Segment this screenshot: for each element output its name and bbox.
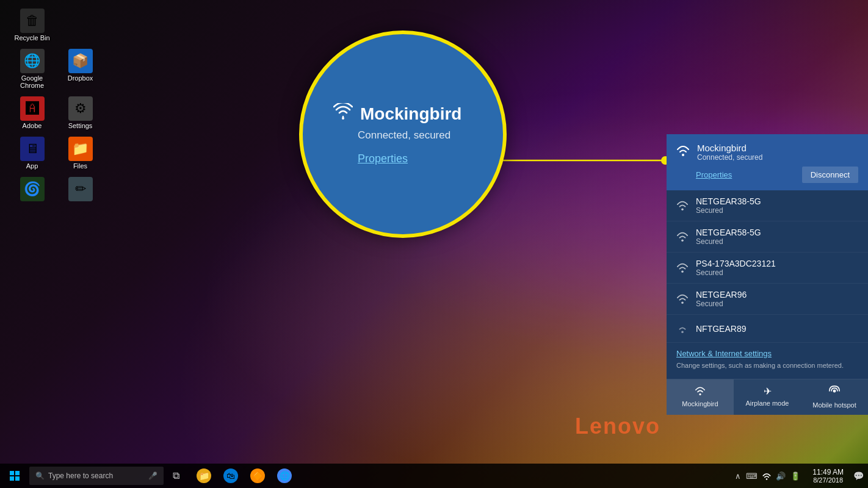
- desktop-icon-dropbox[interactable]: 📦 Dropbox: [57, 46, 103, 92]
- file-explorer-icon: 📁: [197, 468, 211, 483]
- hotspot-btn-label: Mobile hotspot: [812, 401, 856, 409]
- wifi-btn-label: Mockingbird: [682, 400, 718, 407]
- desktop-icon-adobe[interactable]: 🅰 Adobe: [9, 94, 55, 132]
- desktop-icons: 🗑 Recycle Bin 🌐 Google Chrome 📦 Dropbox …: [9, 6, 103, 205]
- network-info: NETGEAR38-5G Secured: [696, 196, 858, 215]
- network-name: NFTGEAR89: [696, 324, 858, 334]
- taskbar-file-explorer[interactable]: 📁: [190, 464, 217, 488]
- search-bar[interactable]: 🔍 Type here to search 🎤: [29, 467, 164, 485]
- properties-link[interactable]: Properties: [696, 170, 796, 179]
- svg-point-11: [766, 478, 768, 480]
- svg-point-6: [681, 270, 684, 273]
- desktop-icon-app2[interactable]: 🌀: [9, 174, 55, 205]
- microphone-icon[interactable]: 🎤: [148, 472, 157, 480]
- network-security: Secured: [696, 300, 858, 308]
- desktop-icon-row-2: 🅰 Adobe ⚙ Settings: [9, 94, 103, 132]
- desktop-icon-chrome[interactable]: 🌐 Google Chrome: [9, 46, 55, 92]
- settings-description: Change settings, such as making a connec…: [676, 362, 844, 369]
- network-info: NETGEAR96 Secured: [696, 290, 858, 308]
- panel-bottom-buttons: Mockingbird ✈ Airplane mode Mobile hotsp…: [667, 379, 868, 415]
- volume-icon[interactable]: 🔊: [773, 464, 788, 488]
- desktop-icon-app1[interactable]: 🖥 App: [9, 134, 55, 172]
- wifi-quick-btn[interactable]: Mockingbird: [667, 379, 734, 415]
- wifi-icon: [333, 103, 353, 124]
- keyboard-icon[interactable]: ⌨: [743, 464, 760, 488]
- network-wifi-icon: [676, 293, 689, 307]
- wifi-panel: Mockingbird Connected, secured Propertie…: [667, 134, 868, 415]
- magnify-network-row: Mockingbird: [333, 103, 461, 124]
- svg-point-3: [682, 154, 684, 156]
- desktop-icon-recycle-bin[interactable]: 🗑 Recycle Bin: [9, 6, 55, 44]
- network-name: NETGEAR96: [696, 290, 858, 300]
- network-item[interactable]: NETGEAR38-5G Secured: [667, 190, 868, 221]
- desktop-icon-script[interactable]: ✏: [57, 174, 103, 205]
- start-button[interactable]: [0, 464, 29, 488]
- search-placeholder: Type here to search: [48, 472, 113, 480]
- airplane-icon: ✈: [764, 386, 772, 397]
- disconnect-button[interactable]: Disconnect: [802, 167, 858, 183]
- svg-point-10: [833, 390, 836, 393]
- network-info: NETGEAR58-5G Secured: [696, 228, 858, 246]
- network-wifi-icon: [676, 199, 689, 214]
- airplane-mode-btn[interactable]: ✈ Airplane mode: [734, 379, 801, 415]
- network-info: PS4-173A3DC23121 Secured: [696, 259, 858, 277]
- svg-point-8: [681, 331, 684, 333]
- svg-point-4: [681, 208, 684, 210]
- chrome-icon: 🌐: [277, 468, 292, 483]
- connected-network-header: Mockingbird Connected, secured: [676, 143, 858, 162]
- network-security: Secured: [696, 268, 858, 277]
- clock-time: 11:49 AM: [812, 468, 844, 476]
- magnify-content: Mockingbird Connected, secured Propertie…: [333, 103, 461, 165]
- battery-icon[interactable]: 🔋: [788, 464, 803, 488]
- magnify-network-name: Mockingbird: [360, 104, 461, 124]
- network-name: NETGEAR58-5G: [696, 228, 858, 237]
- network-item[interactable]: NFTGEAR89: [667, 315, 868, 343]
- airplane-btn-label: Airplane mode: [746, 400, 789, 407]
- notification-icon: 💬: [853, 471, 864, 481]
- network-security: Secured: [696, 237, 858, 246]
- notification-center-button[interactable]: 💬: [848, 464, 868, 488]
- system-tray: ∧ ⌨ 🔊 🔋: [728, 464, 808, 488]
- task-view-button[interactable]: ⧉: [164, 464, 188, 488]
- wifi-quick-icon: [695, 386, 706, 398]
- network-settings-link[interactable]: Network & Internet settings: [676, 349, 858, 358]
- desktop-background: 🗑 Recycle Bin 🌐 Google Chrome 📦 Dropbox …: [0, 0, 868, 488]
- desktop-icon-settings[interactable]: ⚙ Settings: [57, 94, 103, 132]
- taskbar-store[interactable]: 🛍: [217, 464, 244, 488]
- connected-wifi-icon: [676, 144, 690, 159]
- connected-network-section: Mockingbird Connected, secured Propertie…: [667, 134, 868, 190]
- mobile-hotspot-btn[interactable]: Mobile hotspot: [801, 379, 868, 415]
- task-view-icon: ⧉: [173, 470, 179, 481]
- wifi-tray-icon[interactable]: [760, 464, 773, 488]
- network-name: PS4-173A3DC23121: [696, 259, 858, 268]
- taskbar-apps: 📁 🛍 🔶 🌐: [190, 464, 298, 488]
- connected-network-actions: Properties Disconnect: [676, 167, 858, 183]
- clock[interactable]: 11:49 AM 8/27/2018: [808, 464, 848, 488]
- svg-point-7: [681, 301, 684, 304]
- tray-expand-icon[interactable]: ∧: [732, 464, 743, 488]
- network-list: NETGEAR38-5G Secured NETGEAR58-5G Secure…: [667, 190, 868, 343]
- vlc-icon: 🔶: [250, 468, 265, 483]
- connected-network-status: Connected, secured: [697, 153, 858, 162]
- network-item[interactable]: NETGEAR96 Secured: [667, 284, 868, 315]
- magnify-properties-link[interactable]: Properties: [358, 152, 461, 165]
- desktop-icon-files[interactable]: 📁 Files: [57, 134, 103, 172]
- network-security: Secured: [696, 206, 858, 215]
- taskbar-chrome[interactable]: 🌐: [271, 464, 298, 488]
- network-item[interactable]: NETGEAR58-5G Secured: [667, 221, 868, 253]
- svg-point-2: [342, 117, 344, 120]
- store-icon: 🛍: [223, 468, 238, 483]
- desktop-icon-row-1: 🌐 Google Chrome 📦 Dropbox: [9, 46, 103, 92]
- taskbar-vlc[interactable]: 🔶: [244, 464, 271, 488]
- network-info: NFTGEAR89: [696, 324, 858, 334]
- network-item[interactable]: PS4-173A3DC23121 Secured: [667, 253, 868, 284]
- panel-footer: Network & Internet settings Change setti…: [667, 343, 868, 375]
- windows-logo-icon: [10, 471, 20, 481]
- desktop-icon-row-4: 🌀 ✏: [9, 174, 103, 205]
- network-wifi-icon: [676, 322, 689, 336]
- magnify-network-status: Connected, secured: [358, 129, 461, 142]
- svg-point-5: [681, 239, 684, 242]
- search-icon: 🔍: [35, 472, 45, 480]
- magnify-circle: Mockingbird Connected, secured Propertie…: [299, 30, 507, 238]
- connected-network-name: Mockingbird: [697, 143, 858, 153]
